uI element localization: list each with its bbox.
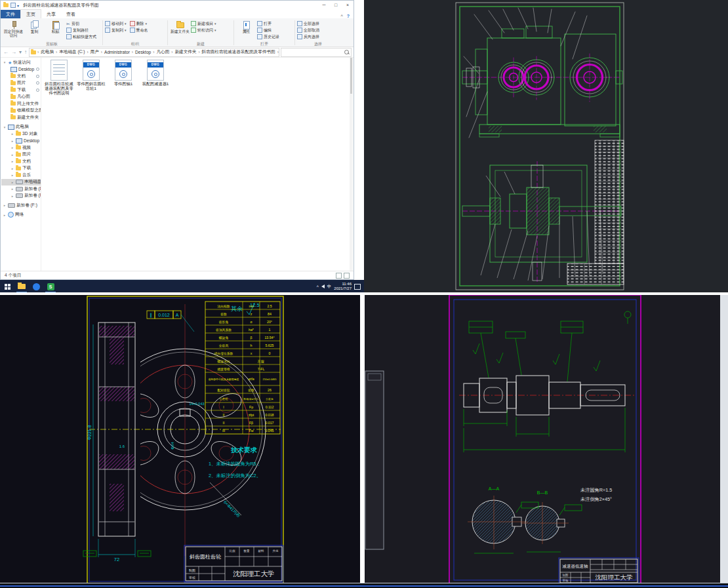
taskbar-explorer-icon[interactable]	[14, 280, 29, 293]
sidebar-item-f-drive[interactable]: ▸ 新加卷 (F:)	[1, 193, 41, 200]
taskbar-green-app-icon[interactable]: S	[43, 280, 58, 293]
ribbon-group-new: 新建文件夹 新建项目▾ 轻松访问▾	[169, 19, 233, 47]
search-input[interactable]	[281, 48, 352, 57]
tray-chevron-icon[interactable]: ^	[317, 284, 319, 289]
select-none-button[interactable]: 全部取消	[297, 27, 319, 33]
sidebar-item-videos[interactable]: ▸ 视频	[1, 144, 41, 151]
copy-path-button[interactable]: 复制路径	[66, 27, 96, 33]
sidebar-item-desktop-qa[interactable]: Desktop	[1, 66, 41, 73]
sidebar-item-folder-b[interactable]: 同上传文件	[1, 100, 41, 108]
sidebar-item-d-drive[interactable]: ▸ 新加卷 (D:)	[1, 186, 41, 193]
breadcrumb-folder2[interactable]: 新建文件夹	[174, 49, 197, 55]
edit-button[interactable]: 编辑	[257, 27, 279, 33]
volume-icon[interactable]	[321, 284, 325, 288]
ime-indicator[interactable]: 中	[327, 284, 332, 290]
breadcrumb-current-folder[interactable]: 斜齿圆柱齿轮减速器装配图及零件书图	[201, 49, 276, 55]
ribbon-group-select: 全部选择 全部取消 反向选择 选择	[296, 19, 340, 47]
sidebar-item-music[interactable]: ▸ 音乐	[1, 172, 41, 179]
sidebar-item-desktop[interactable]: ▸ Desktop	[1, 138, 41, 145]
svg-text:螺旋角: 螺旋角	[219, 336, 228, 340]
svg-text:齿形角: 齿形角	[219, 321, 228, 324]
easy-access-button[interactable]: 轻松访问▾	[191, 27, 216, 33]
paste-button[interactable]: 粘贴	[45, 20, 66, 38]
sidebar-header-this-pc[interactable]: ▾ 此电脑	[1, 124, 41, 131]
pin-quick-access-button[interactable]: 固定到快速访问	[3, 20, 24, 38]
ribbon-collapse-icon[interactable]: ^	[340, 14, 342, 18]
maximize-button[interactable]: □	[330, 1, 342, 10]
breadcrumb-users[interactable]: 用户	[90, 49, 100, 55]
sidebar-header-quick-access[interactable]: ▾ ★ 快速访问	[1, 59, 41, 66]
up-button[interactable]: ↑	[24, 48, 28, 56]
sidebar-item-3d-objects[interactable]: ▸ 3D 对象	[1, 130, 41, 138]
shaft-drawing-quadrant: A—A B—B 未注圆角R=1.5 未注倒角2×45°	[364, 294, 728, 588]
bottom-edge-strip	[0, 583, 728, 588]
sidebar-item-pictures-qa[interactable]: 图片	[1, 80, 41, 87]
breadcrumb-desktop[interactable]: Desktop	[134, 50, 152, 54]
svg-text:0.018: 0.018	[266, 413, 274, 417]
breadcrumb-this-pc[interactable]: 此电脑	[40, 49, 54, 55]
new-item-button[interactable]: 新建项目▾	[191, 20, 216, 27]
notification-icon[interactable]	[354, 284, 361, 290]
new-folder-button[interactable]: 新建文件夹	[170, 20, 190, 38]
tab-file[interactable]: 文件	[1, 10, 20, 18]
delete-icon	[130, 21, 135, 26]
sidebar-item-network[interactable]: ▸ 网络	[1, 212, 41, 219]
minimize-button[interactable]: ─	[318, 1, 330, 10]
breadcrumb-c-drive[interactable]: 本地磁盘 (C:)	[58, 49, 85, 55]
scrollbar[interactable]	[350, 58, 353, 271]
file-list-pane[interactable]: 斜齿圆柱齿轮减速器装配图及零件书图说明 DWG 零件图斜齿圆柱齿轮1 DWG	[41, 58, 353, 271]
sidebar-item-folder-a[interactable]: 凡心图	[1, 94, 41, 101]
recent-dropdown-icon[interactable]: ▾	[18, 48, 22, 56]
file-item-shaft-dwg[interactable]: DWG 零件图轴1	[108, 60, 138, 86]
copy-to-button[interactable]: 复制到▾	[105, 27, 127, 33]
close-button[interactable]: ×	[342, 1, 354, 10]
sidebar-item-downloads-qa[interactable]: 下载	[1, 87, 41, 94]
sidebar-item-documents[interactable]: ▸ 文档	[1, 158, 41, 165]
qat-dropdown-icon[interactable]: ▾	[17, 3, 19, 8]
breadcrumb-folder1[interactable]: 凡心图	[155, 49, 170, 55]
properties-button[interactable]: 属性	[236, 20, 256, 38]
open-button[interactable]: 打开	[257, 20, 279, 27]
taskbar-clock[interactable]: 11:46 2021/7/27	[334, 282, 352, 291]
svg-text:III: III	[222, 429, 225, 433]
cut-button[interactable]: ✂ 剪切	[66, 20, 96, 27]
breadcrumb-administrator[interactable]: Administrator	[104, 50, 131, 54]
address-bar[interactable]: › 此电脑 › 本地磁盘 (C:) › 用户 › Administrator ›…	[29, 48, 279, 57]
history-button[interactable]: 历史记录	[257, 33, 279, 40]
delete-button[interactable]: 删除▾	[130, 20, 148, 27]
select-all-button[interactable]: 全部选择	[297, 20, 319, 27]
sidebar-item-folder-d[interactable]: 新建文件夹	[1, 114, 41, 121]
qat-icon[interactable]	[10, 3, 16, 8]
taskbar-browser-icon[interactable]	[29, 280, 43, 293]
sidebar-item-downloads[interactable]: ▸ 下载	[1, 165, 41, 172]
thumbnail-view-button[interactable]	[344, 273, 350, 279]
sidebar-item-documents-qa[interactable]: 文档	[1, 73, 41, 80]
file-item-gear-dwg[interactable]: DWG 零件图斜齿圆柱齿轮1	[76, 60, 106, 90]
tab-share[interactable]: 共享	[41, 10, 61, 18]
details-view-button[interactable]	[336, 273, 342, 279]
copy-button[interactable]: 复制	[24, 20, 45, 38]
file-item-assembly-dwg[interactable]: DWG 装配图减速器1	[140, 60, 171, 86]
help-icon[interactable]: ?	[347, 14, 350, 18]
back-button[interactable]: ←	[3, 48, 9, 56]
ribbon: 固定到快速访问 复制 粘贴 ✂ 剪	[1, 18, 354, 47]
svg-text:全齿高: 全齿高	[219, 343, 229, 347]
forward-button[interactable]: →	[10, 48, 17, 56]
start-button[interactable]	[0, 280, 14, 293]
sidebar-item-c-drive[interactable]: ▸ 本地磁盘 (C:)	[1, 179, 41, 186]
tab-home[interactable]: 主页	[20, 9, 41, 18]
tab-view[interactable]: 查看	[61, 10, 81, 18]
sidebar-item-folder-c[interactable]: 收藏模型之图纸	[1, 108, 41, 115]
move-to-button[interactable]: 移动到▾	[105, 20, 127, 27]
paste-shortcut-button[interactable]: 粘贴快捷方式	[66, 33, 96, 40]
quick-access-toolbar[interactable]: ▾	[10, 3, 19, 8]
group-label-new: 新建	[170, 41, 232, 47]
note-fillet: 未注圆角R=1.5	[580, 487, 612, 493]
file-item-readme[interactable]: 斜齿圆柱齿轮减速器装配图及零件书图说明	[44, 60, 74, 96]
invert-selection-button[interactable]: 反向选择	[297, 33, 319, 40]
select-all-icon	[297, 21, 302, 26]
drive-icon	[8, 203, 15, 208]
rename-button[interactable]: 重命名	[130, 27, 148, 33]
sidebar-item-f-drive-root[interactable]: ▸ 新加卷 (F:)	[1, 202, 41, 209]
sidebar-item-pictures[interactable]: ▸ 图片	[1, 151, 41, 159]
